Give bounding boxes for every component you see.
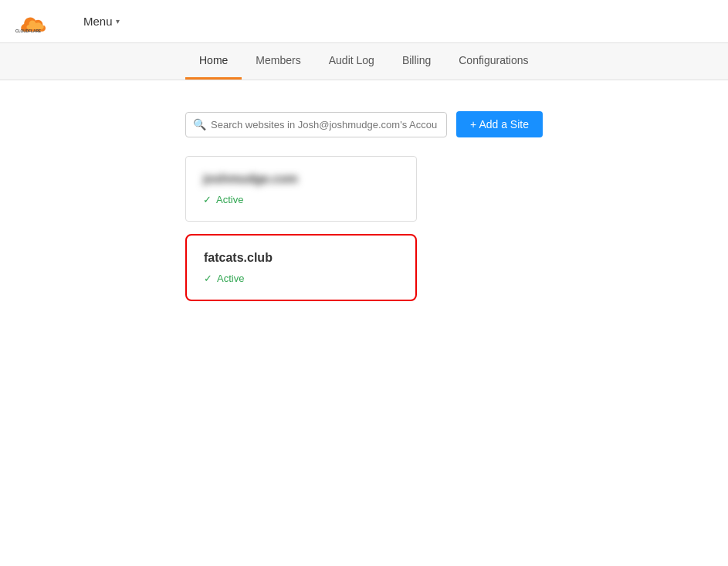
site-card-1[interactable]: joshmudge.com ✓ Active <box>185 156 417 222</box>
search-row: 🔍 + Add a Site <box>185 111 543 137</box>
menu-button[interactable]: Menu ▾ <box>76 10 127 32</box>
tab-home[interactable]: Home <box>185 42 242 80</box>
site-status-1: ✓ Active <box>203 194 399 205</box>
cloudflare-logo: CLOUDFLARE <box>15 8 52 36</box>
site-status-2: ✓ Active <box>204 273 398 284</box>
search-input[interactable] <box>185 112 447 137</box>
search-icon: 🔍 <box>193 118 206 130</box>
add-site-button[interactable]: + Add a Site <box>456 111 543 137</box>
check-icon-1: ✓ <box>203 194 212 205</box>
tab-audit-log[interactable]: Audit Log <box>315 42 388 80</box>
site-card-2-wrapper: fatcats.club ✓ Active <box>185 234 417 301</box>
tab-configurations[interactable]: Configurations <box>445 42 542 80</box>
tab-billing[interactable]: Billing <box>388 42 445 80</box>
site-card-2[interactable]: fatcats.club ✓ Active <box>185 234 417 301</box>
chevron-down-icon: ▾ <box>116 17 120 25</box>
tab-members[interactable]: Members <box>242 42 314 80</box>
top-navigation: CLOUDFLARE Menu ▾ <box>0 0 728 43</box>
secondary-navigation: Home Members Audit Log Billing Configura… <box>0 43 728 80</box>
status-label-1: Active <box>216 194 243 205</box>
logo-area: CLOUDFLARE <box>15 8 57 36</box>
site-name-1: joshmudge.com <box>203 172 399 186</box>
menu-label: Menu <box>83 15 113 28</box>
status-label-2: Active <box>217 273 244 284</box>
svg-text:CLOUDFLARE: CLOUDFLARE <box>15 29 42 33</box>
sites-grid: joshmudge.com ✓ Active fatcats.club ✓ Ac… <box>185 156 543 301</box>
search-wrapper: 🔍 <box>185 112 447 137</box>
check-icon-2: ✓ <box>204 273 212 284</box>
main-content: 🔍 + Add a Site joshmudge.com ✓ Active fa… <box>0 80 728 332</box>
site-name-2: fatcats.club <box>204 251 398 265</box>
